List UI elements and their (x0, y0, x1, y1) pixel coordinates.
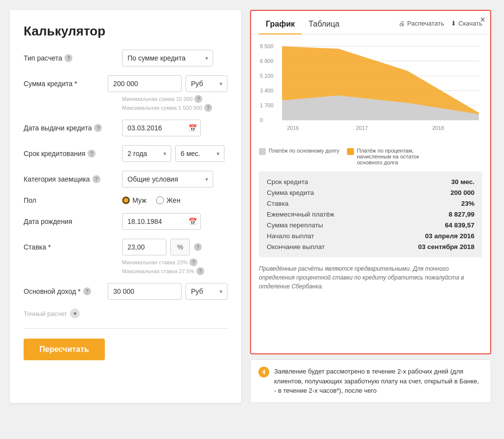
min-sum-help-icon[interactable]: ? (194, 95, 202, 103)
print-button[interactable]: 🖨 Распечатать (399, 20, 444, 27)
gender-male-label[interactable]: Муж (122, 196, 146, 204)
income-row: Основной доход * ? Руб ▼ (24, 283, 227, 300)
summary-label-3: Ежемесячный платёж (267, 211, 334, 218)
summary-value-5: 03 апреля 2016 (425, 232, 474, 240)
category-help-icon[interactable]: ? (93, 175, 100, 183)
summary-value-4: 64 839,57 (445, 221, 474, 229)
issue-date-help-icon[interactable]: ? (94, 124, 102, 132)
birthdate-input[interactable] (122, 213, 201, 230)
legend-label-principal: Платёж по основному долгу (269, 148, 339, 154)
summary-label-5: Начало выплат (267, 232, 314, 240)
category-controls: Общие условия ▼ (122, 171, 227, 188)
term-row: Срок кредитования ? 2 года ▼ 6 мес. ▼ (24, 145, 227, 162)
summary-label-0: Срок кредита (267, 178, 308, 186)
disclaimer: Приведённые расчёты являются предварител… (259, 264, 482, 291)
calc-type-controls: По сумме кредита ▼ (122, 50, 227, 66)
legend-dot-principal (259, 148, 266, 155)
credit-sum-input[interactable] (108, 75, 182, 92)
summary-label-1: Сумма кредита (267, 189, 314, 196)
tab-graph[interactable]: График (259, 17, 302, 34)
rate-hints: Минимальная ставка 23% ? Максимальная ст… (122, 258, 227, 275)
summary-value-2: 23% (461, 200, 474, 207)
rate-input[interactable] (122, 239, 166, 255)
income-label: Основной доход * ? (24, 287, 108, 295)
income-currency-select[interactable]: Руб (186, 283, 227, 300)
term-help-icon[interactable]: ? (88, 150, 95, 157)
issue-date-row: Дата выдачи кредита ? 📅 (24, 120, 227, 136)
income-currency-select-wrap: Руб ▼ (186, 283, 227, 300)
term-controls: 2 года ▼ 6 мес. ▼ (122, 145, 227, 162)
gender-female-label[interactable]: Жен (156, 196, 180, 204)
exact-calc-label[interactable]: Точный расчет (24, 310, 67, 317)
calc-type-help-icon[interactable]: ? (64, 54, 72, 62)
rate-help-icon[interactable]: ? (194, 243, 202, 251)
summary-label-6: Окончание выплат (267, 243, 325, 251)
term-label: Срок кредитования ? (24, 150, 122, 157)
legend-item-principal: Платёж по основному долгу (259, 148, 339, 155)
birthdate-label: Дата рождения (24, 218, 122, 225)
download-icon: ⬇ (451, 20, 456, 27)
svg-text:5 100: 5 100 (260, 73, 274, 79)
gender-female-radio[interactable] (156, 196, 164, 204)
print-icon: 🖨 (399, 20, 405, 27)
issue-date-controls: 📅 (122, 120, 227, 136)
calc-type-label: Тип расчета ? (24, 54, 122, 62)
currency-select[interactable]: Руб (186, 75, 227, 92)
rate-row: Ставка * % ? (24, 239, 227, 255)
close-button[interactable]: × (480, 15, 485, 25)
tabs-bar: График Таблица 🖨 Распечатать ⬇ Скачать (251, 11, 490, 34)
max-sum-hint: Максимальная сумма 1 500 000 ? (122, 104, 227, 112)
credit-sum-hints: Минимальная сумма 15 000 ? Максимальная … (122, 95, 227, 112)
summary-row-6: Окончание выплат 03 сентября 2018 (267, 243, 474, 251)
summary-value-6: 03 сентября 2018 (418, 243, 475, 251)
legend-item-interest: Платёж по процентам, начисленным на оста… (347, 148, 436, 165)
gender-radio-group: Муж Жен (122, 196, 181, 204)
exact-calc-toggle-button[interactable]: ▼ (70, 309, 80, 318)
summary-value-1: 200 000 (450, 189, 474, 196)
max-rate-help-icon[interactable]: ? (196, 267, 204, 275)
tab-table[interactable]: Таблица (302, 17, 346, 34)
term-months-select[interactable]: 6 мес. (175, 145, 224, 162)
issue-date-label: Дата выдачи кредита ? (24, 124, 122, 132)
category-row: Категория заемщика ? Общие условия ▼ (24, 171, 227, 188)
rate-wrapper: % ? (122, 239, 202, 255)
rate-label: Ставка * (24, 243, 122, 251)
birthdate-controls: 📅 (122, 213, 227, 230)
calc-type-row: Тип расчета ? По сумме кредита ▼ (24, 50, 227, 66)
credit-sum-label: Сумма кредита * (24, 80, 108, 88)
category-label: Категория заемщика ? (24, 175, 122, 183)
income-input[interactable] (108, 283, 182, 300)
min-rate-help-icon[interactable]: ? (189, 258, 197, 266)
max-rate-hint: Максимальная ставка 27.5% ? (122, 267, 227, 275)
legend-dot-interest (347, 148, 354, 155)
summary-row-2: Ставка 23% (267, 200, 474, 207)
svg-text:2016: 2016 (287, 125, 299, 131)
term-years-select-wrap: 2 года ▼ (122, 145, 171, 162)
income-help-icon[interactable]: ? (83, 287, 91, 295)
term-years-select[interactable]: 2 года (122, 145, 171, 162)
birthdate-row: Дата рождения 📅 (24, 213, 227, 230)
recalc-button[interactable]: Пересчитать (24, 339, 105, 360)
category-select[interactable]: Общие условия (122, 171, 213, 188)
credit-sum-row: Сумма кредита * Руб ▼ (24, 75, 227, 92)
exact-calc-row: Точный расчет ▼ (24, 309, 227, 318)
gender-label: Пол (24, 196, 122, 204)
summary-label-4: Сумма переплаты (267, 221, 323, 229)
calc-type-select[interactable]: По сумме кредита (122, 50, 213, 66)
issue-date-input[interactable] (122, 120, 201, 136)
max-sum-help-icon[interactable]: ? (204, 104, 212, 112)
summary-value-3: 8 827,99 (448, 211, 474, 218)
legend-label-interest: Платёж по процентам, начисленным на оста… (357, 148, 436, 165)
summary-row-5: Начало выплат 03 апреля 2016 (267, 232, 474, 240)
svg-text:3 400: 3 400 (260, 88, 274, 94)
min-rate-hint: Минимальная ставка 23% ? (122, 258, 227, 266)
percent-box: % (170, 239, 190, 255)
notification-number: 4 (258, 367, 269, 377)
divider (24, 328, 227, 329)
income-controls: Руб ▼ (108, 283, 227, 300)
svg-text:6 800: 6 800 (260, 58, 274, 64)
download-button[interactable]: ⬇ Скачать (451, 20, 482, 27)
notification-text: Заявление будет рассмотрено в течение 2-… (274, 367, 483, 396)
gender-row: Пол Муж Жен (24, 196, 227, 204)
gender-male-radio[interactable] (122, 196, 130, 204)
